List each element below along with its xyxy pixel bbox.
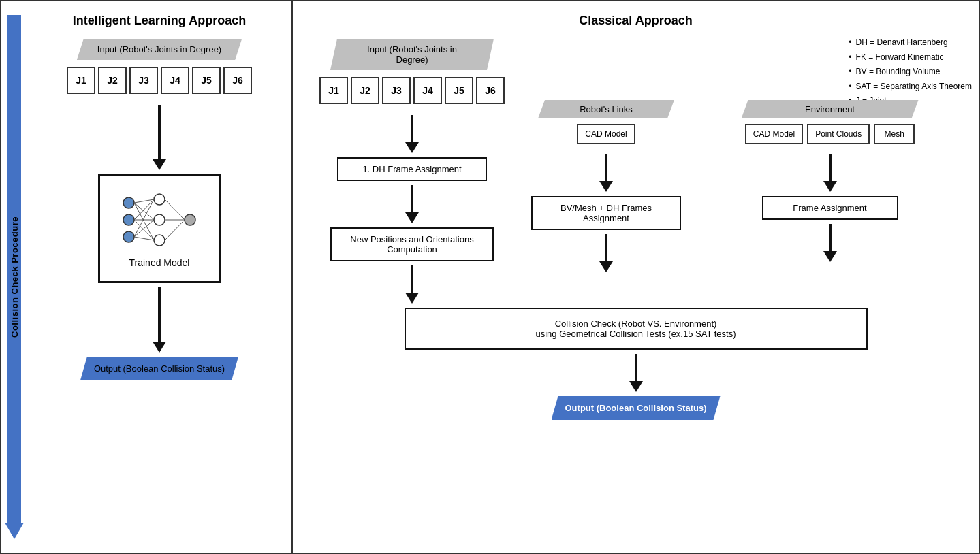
robots-cad-model-box: CAD Model	[577, 124, 635, 144]
env-mesh-box: Mesh	[874, 124, 915, 144]
outer-wrapper: Collision Check Procedure Intelligent Le…	[0, 0, 980, 554]
left-panel: Intelligent Learning Approach Input (Rob…	[27, 1, 293, 553]
left-joint-j1: J1	[67, 67, 95, 94]
left-input-box: Input (Robot's Joints in Degree)	[77, 39, 242, 60]
bottom-arrow	[629, 354, 643, 392]
env-cad-model-box: CAD Model	[745, 124, 803, 144]
left-joint-j5: J5	[192, 67, 221, 94]
classical-middle-col: Robot's Links CAD Model BV/Mes	[518, 39, 695, 308]
svg-point-0	[123, 197, 134, 208]
middle-arrow-2	[599, 234, 613, 272]
left-arrow-1	[153, 105, 166, 170]
trained-model-label: Trained Model	[129, 257, 190, 268]
env-point-clouds-box: Point Clouds	[807, 124, 870, 144]
right-output-label: Output (Boolean Collision Status)	[565, 403, 707, 413]
frame-assignment-label: Frame Assignment	[793, 203, 866, 213]
bv-mesh-box: BV/Mesh + DH FramesAssignment	[531, 196, 681, 230]
right-panel-title: Classical Approach	[306, 14, 965, 28]
bv-mesh-label: BV/Mesh + DH FramesAssignment	[560, 203, 652, 223]
positions-box: New Positions and OrientationsComputatio…	[330, 227, 494, 261]
collision-check-box: Collision Check (Robot VS. Environment)u…	[405, 308, 868, 350]
right-joint-j5: J5	[445, 77, 473, 104]
left-output-label: Output (Boolean Collision Status)	[94, 363, 225, 374]
left-output-box: Output (Boolean Collision Status)	[80, 357, 238, 380]
environment-items: CAD Model Point Clouds Mesh	[745, 124, 915, 144]
svg-line-16	[165, 199, 185, 220]
dh-frame-label: 1. DH Frame Assignment	[362, 164, 461, 174]
right-arrow-3	[405, 265, 419, 304]
left-joints-row: J1 J2 J3 J4 J5 J6	[67, 67, 252, 94]
svg-point-6	[185, 214, 195, 225]
svg-point-3	[154, 194, 165, 205]
vertical-label-container: Collision Check Procedure	[1, 1, 27, 553]
right-input-box: Input (Robot's Joints in Degree)	[330, 39, 494, 70]
left-joint-j6: J6	[223, 67, 252, 94]
right-arrow-1	[405, 115, 419, 153]
svg-point-4	[154, 214, 165, 225]
vertical-arrow-head	[5, 523, 24, 539]
dh-frame-box: 1. DH Frame Assignment	[337, 157, 487, 181]
environment-label: Environment	[805, 104, 855, 114]
right-col-arrow-1	[823, 154, 837, 192]
positions-label: New Positions and OrientationsComputatio…	[350, 234, 473, 255]
right-joint-j1: J1	[319, 77, 348, 104]
right-arrow-2	[405, 185, 419, 223]
middle-arrow-1	[599, 154, 613, 192]
right-joints-row: J1 J2 J3 J4 J5 J6	[319, 77, 505, 104]
bottom-section: Collision Check (Robot VS. Environment)u…	[306, 308, 965, 420]
svg-point-5	[154, 235, 165, 246]
environment-box: Environment	[742, 100, 919, 118]
trained-model-box: Trained Model	[98, 174, 221, 283]
collision-check-label: Collision Check (Robot VS. Environment)u…	[535, 319, 736, 339]
right-col-arrow-2	[823, 224, 837, 262]
left-input-label: Input (Robot's Joints in Degree)	[97, 44, 221, 54]
svg-line-18	[165, 220, 185, 240]
left-joint-j2: J2	[98, 67, 127, 94]
main-content: Intelligent Learning Approach Input (Rob…	[27, 1, 979, 553]
left-joint-j4: J4	[161, 67, 189, 94]
right-joint-j6: J6	[476, 77, 505, 104]
right-input-label: Input (Robot's Joints in Degree)	[367, 44, 457, 65]
vertical-label: Collision Check Procedure	[10, 216, 20, 338]
left-panel-title: Intelligent Learning Approach	[41, 14, 278, 28]
right-joint-j2: J2	[351, 77, 379, 104]
robots-links-items: CAD Model	[577, 124, 635, 144]
svg-point-1	[123, 214, 134, 225]
right-panel: Classical Approach • DH = Denavit Harten…	[293, 1, 979, 553]
left-joint-j3: J3	[129, 67, 158, 94]
right-output-box: Output (Boolean Collision Status)	[552, 396, 721, 420]
left-arrow-2	[153, 287, 166, 353]
robots-links-label: Robot's Links	[580, 104, 633, 114]
neural-network-icon	[118, 189, 200, 250]
svg-point-2	[123, 231, 134, 242]
classical-right-col: Environment CAD Model Point Clouds Mesh	[695, 39, 965, 308]
right-joint-j3: J3	[382, 77, 411, 104]
right-joint-j4: J4	[413, 77, 442, 104]
frame-assignment-box: Frame Assignment	[762, 196, 898, 220]
classical-left-col: Input (Robot's Joints in Degree) J1 J2 J…	[306, 39, 518, 308]
robots-links-box: Robot's Links	[538, 100, 674, 118]
